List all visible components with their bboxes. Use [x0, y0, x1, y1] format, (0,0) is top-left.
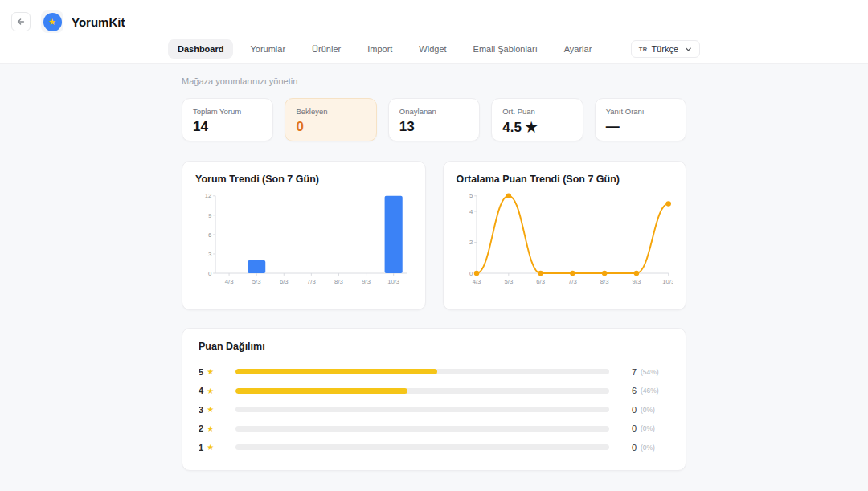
svg-text:3: 3 — [208, 251, 211, 258]
rating-label: 1★ — [199, 443, 235, 452]
rating-number: 1 — [199, 443, 203, 452]
rating-count: 6 — [617, 386, 637, 395]
star-icon: ★ — [207, 424, 214, 433]
app-logo-icon: ★ — [43, 13, 62, 31]
rating-bar-track — [235, 444, 609, 450]
data-point — [601, 271, 607, 276]
svg-text:4: 4 — [469, 208, 473, 215]
app-logo: ★ — [41, 10, 63, 33]
stat-card-toplam-yorum: Toplam Yorum14 — [182, 98, 273, 141]
svg-text:0: 0 — [469, 270, 472, 277]
chart-title: Ortalama Puan Trendi (Son 7 Gün) — [457, 174, 674, 185]
svg-text:4/3: 4/3 — [472, 278, 481, 285]
stat-label: Bekleyen — [296, 107, 365, 116]
line-chart-area: 02454/35/36/37/38/39/310/3 — [457, 191, 674, 294]
tab-yorumlar[interactable]: Yorumlar — [240, 39, 295, 59]
content-container: Mağaza yorumlarınızı yönetin Toplam Yoru… — [182, 76, 686, 471]
rating-label: 5★ — [199, 367, 235, 377]
stat-value: 14 — [193, 119, 262, 135]
svg-text:12: 12 — [205, 192, 212, 199]
data-point — [506, 194, 511, 199]
data-point — [665, 201, 671, 207]
rating-percent: (0%) — [641, 444, 669, 452]
tab-widget[interactable]: Widget — [409, 39, 456, 59]
svg-text:2: 2 — [469, 239, 472, 246]
svg-text:9/3: 9/3 — [362, 278, 371, 285]
svg-text:6/3: 6/3 — [536, 278, 545, 285]
rating-count: 7 — [617, 367, 637, 377]
svg-text:5/3: 5/3 — [504, 278, 513, 285]
trend-line — [477, 196, 669, 273]
distribution-title: Puan Dağılımı — [199, 341, 669, 352]
tab-import[interactable]: Import — [358, 39, 402, 59]
rating-number: 3 — [199, 405, 203, 415]
nav-bar: DashboardYorumlarÜrünlerImportWidgetEmai… — [168, 37, 700, 61]
rating-bar-track — [235, 369, 609, 374]
app-header: ★ YorumKit DashboardYorumlarÜrünlerImpor… — [0, 0, 868, 64]
svg-text:10/3: 10/3 — [662, 278, 673, 285]
svg-text:4/3: 4/3 — [225, 278, 234, 285]
rating-bar-track — [235, 426, 609, 432]
stat-card-onaylanan: Onaylanan13 — [388, 98, 480, 141]
rating-count: 0 — [617, 443, 637, 452]
chart-card-puan-trendi: Ortalama Puan Trendi (Son 7 Gün) 02454/3… — [443, 161, 687, 310]
stat-card-yanit-orani: Yanıt Oranı— — [595, 98, 686, 141]
charts-row: Yorum Trendi (Son 7 Gün) 0369124/35/36/3… — [182, 161, 686, 310]
tab-email-sablonlari[interactable]: Email Şablonları — [464, 39, 547, 59]
stat-label: Ort. Puan — [502, 107, 571, 116]
rating-bar-track — [235, 407, 609, 412]
svg-text:7/3: 7/3 — [307, 278, 316, 285]
stat-value: 13 — [399, 119, 469, 135]
chart-card-yorum-trendi: Yorum Trendi (Son 7 Gün) 0369124/35/36/3… — [182, 161, 426, 310]
svg-text:0: 0 — [208, 270, 211, 277]
rating-percent: (54%) — [641, 368, 669, 376]
bar — [248, 260, 265, 273]
svg-text:6/3: 6/3 — [280, 278, 289, 285]
rating-distribution-rows: 5★7(54%)4★6(46%)3★0(0%)2★0(0%)1★0(0%) — [199, 362, 669, 457]
language-selector[interactable]: TR Türkçe — [631, 40, 700, 58]
rating-percent: (46%) — [641, 387, 669, 395]
bar-chart: 0369124/35/36/37/38/39/310/3 — [195, 191, 412, 294]
tab-urunler[interactable]: Ürünler — [302, 39, 350, 59]
star-icon: ★ — [207, 387, 214, 395]
svg-text:5: 5 — [469, 192, 472, 199]
rating-row-3-star: 3★0(0%) — [199, 400, 669, 419]
svg-text:8/3: 8/3 — [600, 278, 608, 285]
rating-count: 0 — [617, 423, 637, 433]
star-icon: ★ — [207, 405, 214, 414]
rating-label: 3★ — [199, 405, 235, 415]
stat-card-bekleyen: Bekleyen0 — [285, 98, 376, 141]
rating-row-5-star: 5★7(54%) — [199, 362, 669, 382]
rating-percent: (0%) — [641, 406, 669, 414]
tab-ayarlar[interactable]: Ayarlar — [555, 39, 602, 59]
stat-card-ort-puan: Ort. Puan4.5 ★ — [491, 98, 583, 141]
stat-value: 0 — [296, 119, 365, 135]
star-icon: ★ — [207, 367, 214, 376]
rating-label: 4★ — [199, 386, 235, 395]
app-title: YorumKit — [72, 15, 125, 29]
rating-percent: (0%) — [641, 424, 669, 432]
rating-number: 5 — [199, 367, 203, 377]
svg-text:10/3: 10/3 — [387, 278, 399, 285]
svg-text:7/3: 7/3 — [568, 278, 577, 285]
title-bar: ★ YorumKit — [0, 0, 868, 35]
tab-dashboard[interactable]: Dashboard — [168, 39, 233, 59]
rating-bar-track — [235, 388, 609, 394]
main-nav: DashboardYorumlarÜrünlerImportWidgetEmai… — [168, 39, 601, 59]
rating-row-4-star: 4★6(46%) — [199, 382, 669, 401]
rating-number: 4 — [199, 386, 203, 395]
language-label: Türkçe — [651, 44, 678, 54]
back-button[interactable] — [11, 12, 31, 31]
rating-number: 2 — [199, 423, 203, 433]
arrow-left-icon — [16, 17, 26, 27]
svg-text:6: 6 — [208, 231, 211, 239]
stat-label: Onaylanan — [399, 107, 469, 116]
stat-value: — — [606, 119, 675, 135]
stat-label: Yanıt Oranı — [606, 107, 675, 116]
rating-bar-fill — [235, 388, 407, 394]
chart-title: Yorum Trendi (Son 7 Gün) — [195, 174, 412, 185]
data-point — [473, 271, 479, 276]
language-code: TR — [639, 46, 648, 53]
rating-row-2-star: 2★0(0%) — [199, 419, 669, 439]
rating-bar-fill — [235, 369, 437, 374]
